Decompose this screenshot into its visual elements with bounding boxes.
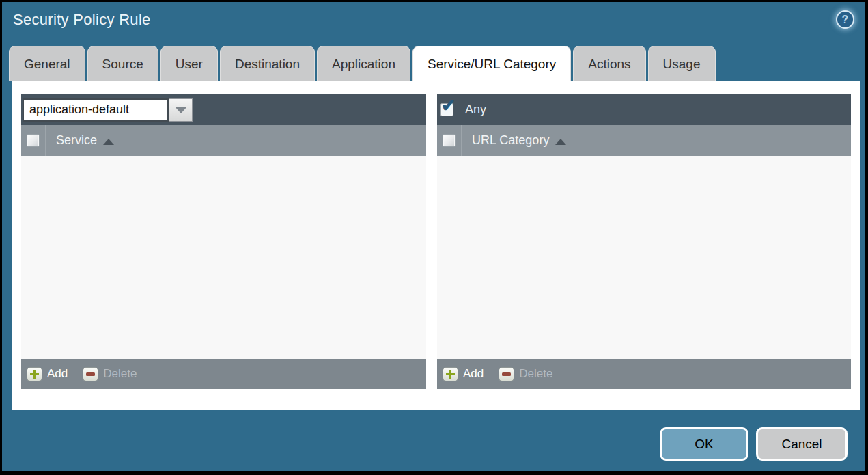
url-category-panel: ✔ Any URL Category Add Delete — [437, 94, 851, 389]
plus-icon — [30, 370, 39, 379]
minus-icon — [86, 372, 95, 376]
delete-url-category-button[interactable] — [499, 367, 514, 381]
service-panel: application-default Service Add — [21, 94, 426, 389]
tab-destination[interactable]: Destination — [220, 46, 315, 81]
service-table-header: Service — [21, 125, 426, 156]
url-category-list-body — [437, 156, 851, 359]
sort-ascending-icon — [555, 139, 566, 145]
tab-service-url-category[interactable]: Service/URL Category — [412, 46, 571, 81]
minus-icon — [502, 372, 511, 376]
any-label: Any — [465, 103, 486, 117]
column-divider — [461, 125, 462, 156]
url-category-table-header: URL Category — [437, 125, 851, 156]
ok-button[interactable]: OK — [660, 427, 748, 461]
check-icon: ✔ — [441, 97, 456, 114]
add-url-category-button[interactable] — [443, 367, 458, 381]
service-list-body — [21, 156, 426, 359]
service-footer: Add Delete — [21, 359, 426, 389]
add-service-button[interactable] — [27, 367, 42, 381]
help-icon[interactable]: ? — [836, 10, 854, 29]
cancel-button[interactable]: Cancel — [756, 427, 848, 461]
service-type-dropdown[interactable]: application-default — [23, 98, 193, 122]
column-divider — [45, 125, 46, 156]
dialog-title: Security Policy Rule — [13, 11, 151, 29]
tab-general[interactable]: General — [9, 46, 85, 81]
tab-content-panel: application-default Service Add — [12, 81, 860, 410]
chevron-down-icon — [175, 107, 187, 113]
delete-service-label: Delete — [103, 367, 137, 381]
service-column-header[interactable]: Service — [56, 133, 97, 148]
tab-user[interactable]: User — [160, 46, 218, 81]
url-category-toolbar: ✔ Any — [437, 94, 851, 125]
add-url-category-label[interactable]: Add — [463, 367, 484, 381]
add-service-label[interactable]: Add — [47, 367, 68, 381]
url-category-column-header[interactable]: URL Category — [472, 133, 549, 148]
tab-usage[interactable]: Usage — [648, 46, 716, 81]
service-type-value[interactable]: application-default — [23, 98, 169, 122]
sort-ascending-icon — [103, 139, 114, 145]
any-checkbox[interactable]: ✔ — [440, 103, 453, 116]
url-category-select-all-checkbox[interactable] — [443, 134, 456, 147]
tab-application[interactable]: Application — [317, 46, 410, 81]
delete-service-button[interactable] — [83, 367, 98, 381]
tab-bar: General Source User Destination Applicat… — [9, 46, 716, 81]
service-toolbar: application-default — [21, 94, 426, 125]
plus-icon — [446, 370, 455, 379]
security-policy-rule-dialog: Security Policy Rule ? General Source Us… — [2, 2, 865, 471]
url-category-footer: Add Delete — [437, 359, 851, 389]
delete-url-category-label: Delete — [519, 367, 552, 381]
service-select-all-checkbox[interactable] — [27, 134, 40, 147]
tab-source[interactable]: Source — [87, 46, 158, 81]
tab-actions[interactable]: Actions — [573, 46, 645, 81]
service-type-dropdown-button[interactable] — [169, 98, 193, 122]
